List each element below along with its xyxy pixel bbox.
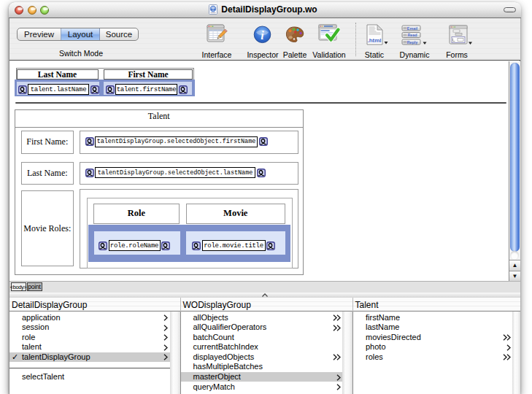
svg-text:Email: Email	[407, 26, 418, 31]
svg-text:Read: Read	[407, 33, 417, 37]
svg-text:i: i	[261, 29, 264, 42]
svg-text:.html: .html	[367, 37, 381, 44]
svg-text:Reply: Reply	[407, 40, 418, 45]
